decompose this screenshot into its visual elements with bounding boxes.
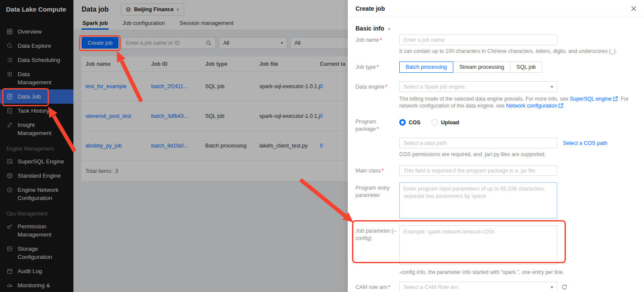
radio-dot-icon [431, 119, 438, 126]
required-marker: * [382, 168, 384, 174]
section-title-label: Basic info [355, 25, 384, 32]
program-entry-row: Program entry parameter [355, 182, 636, 220]
cam-role-placeholder: Select a CAM Role arn [404, 284, 458, 290]
main-class-label: Main class* [355, 165, 399, 176]
create-job-drawer: Create job Basic info ▲ Job name* It can… [348, 0, 644, 292]
drawer-title: Create job [355, 5, 385, 12]
job-name-row: Job name* It can contain up to 100 chara… [355, 34, 636, 55]
modal-dim-overlay [0, 0, 348, 292]
main-class-input[interactable] [399, 165, 557, 176]
radio-upload[interactable]: Upload [431, 119, 459, 126]
job-parameter-row: Job parameter (--config) -config info, t… [355, 225, 636, 276]
drawer-header: Create job [348, 0, 644, 17]
supersql-engine-link[interactable]: SuperSQL engine [570, 96, 611, 102]
close-icon[interactable] [631, 6, 637, 12]
job-type-label: Job type* [355, 61, 399, 73]
program-package-label: Program package* [355, 117, 399, 158]
radio-dot-icon [399, 119, 406, 126]
data-engine-select[interactable]: Select a Spark job engine. ▾ [399, 81, 557, 92]
data-engine-help: The billing mode of the selected data en… [399, 95, 633, 109]
job-type-option-batch[interactable]: Batch processing [399, 61, 453, 73]
job-parameter-help: -config info, the parameter info started… [399, 269, 633, 276]
job-name-label: Job name* [355, 34, 399, 55]
job-name-input[interactable] [399, 34, 557, 45]
refresh-icon[interactable] [561, 284, 568, 290]
data-path-input[interactable] [399, 138, 557, 148]
main-class-row: Main class* [355, 165, 636, 176]
cam-role-label: CAM role arn* [355, 282, 399, 292]
network-configuration-link[interactable]: Network configuration [506, 103, 557, 109]
required-marker: * [377, 126, 379, 132]
program-entry-label: Program entry parameter [355, 182, 399, 220]
program-package-row: Program package* COS Upload Select a COS… [355, 117, 636, 158]
cam-role-row: CAM role arn* Select a CAM Role arn ▾ [355, 282, 636, 292]
select-cos-path-link[interactable]: Select a COS path [563, 140, 608, 146]
job-type-segmented-control: Batch processing Stream processing SQL j… [399, 61, 542, 73]
chevron-down-icon: ▾ [551, 85, 553, 89]
data-engine-placeholder: Select a Spark job engine. [404, 84, 466, 90]
job-parameter-label: Job parameter (--config) [355, 225, 399, 276]
job-type-row: Job type* Batch processing Stream proces… [355, 61, 636, 73]
required-marker: * [380, 37, 382, 43]
program-package-radio-group: COS Upload [399, 117, 636, 126]
chevron-down-icon: ▾ [551, 285, 553, 289]
job-parameter-textarea[interactable] [399, 225, 557, 264]
required-marker: * [388, 284, 390, 290]
required-marker: * [377, 64, 379, 70]
collapse-caret-icon: ▲ [387, 26, 391, 31]
required-marker: * [385, 84, 387, 90]
job-type-option-sql[interactable]: SQL job [510, 61, 542, 73]
section-basic-info[interactable]: Basic info ▲ [355, 25, 636, 32]
cam-role-select[interactable]: Select a CAM Role arn ▾ [399, 282, 557, 292]
radio-cos[interactable]: COS [399, 119, 420, 126]
job-name-help: It can contain up to 100 characters in C… [399, 48, 633, 55]
program-entry-textarea[interactable] [399, 182, 557, 218]
external-link-icon[interactable] [559, 103, 563, 109]
drawer-body: Basic info ▲ Job name* It can contain up… [348, 17, 644, 292]
data-path-row: Select a COS path [399, 138, 636, 148]
external-link-icon[interactable] [613, 96, 618, 102]
data-engine-row: Data engine* Select a Spark job engine. … [355, 81, 636, 109]
job-type-option-stream[interactable]: Stream processing [453, 61, 510, 73]
program-package-help: COS permissions are required, and .jar/.… [399, 151, 633, 158]
data-engine-label: Data engine* [355, 81, 399, 109]
